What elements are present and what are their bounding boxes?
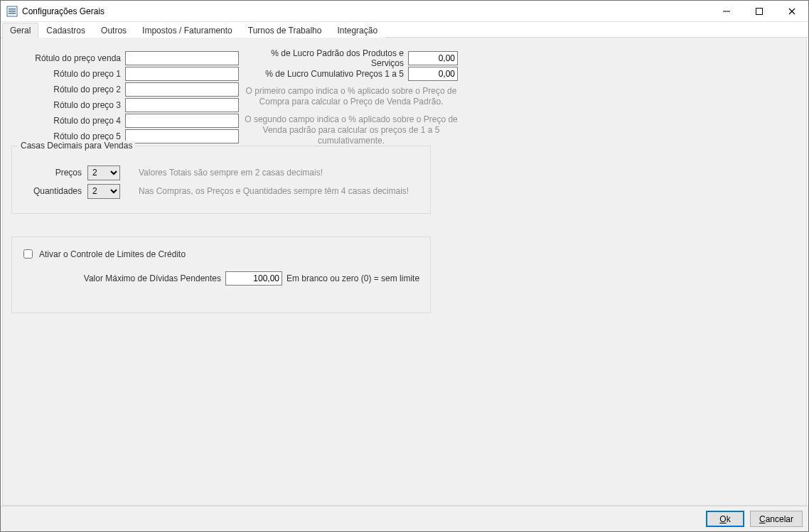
label-rotulo-4: Rótulo do preço 4	[14, 116, 121, 126]
ok-button[interactable]: Ok	[706, 511, 744, 527]
note-dec-qtd: Nas Compras, os Preços e Quantidades sem…	[139, 186, 409, 196]
tab-outros[interactable]: Outros	[93, 23, 134, 38]
app-icon	[6, 6, 18, 17]
cancel-button[interactable]: Cancelar	[750, 511, 803, 527]
svg-rect-3	[9, 13, 16, 14]
group-legend-decimals: Casas Decimais para Vendas	[18, 141, 135, 151]
label-rotulo-venda: Rótulo do preço venda	[14, 53, 121, 63]
label-rotulo-3: Rótulo do preço 3	[14, 100, 121, 110]
note-dec-precos: Valores Totais são sempre em 2 casas dec…	[139, 168, 323, 178]
input-lucro-cumulativo[interactable]	[408, 67, 458, 81]
input-rotulo-4[interactable]	[125, 114, 239, 128]
svg-rect-2	[9, 11, 16, 12]
dialog-footer: Ok Cancelar	[1, 506, 808, 531]
label-lucro-cumulativo: % de Lucro Cumulativo Preços 1 a 5	[245, 69, 404, 79]
label-ativar-credito: Ativar o Controle de Limites de Crédito	[39, 249, 186, 259]
titlebar: Configurações Gerais	[1, 1, 808, 22]
label-rotulo-1: Rótulo do preço 1	[14, 69, 121, 79]
help-text-2: O segundo campo indica o % aplicado sobr…	[245, 114, 458, 146]
label-rotulo-5: Rótulo do preço 5	[14, 131, 121, 141]
group-casas-decimais: Casas Decimais para Vendas Preços 2 Valo…	[11, 146, 431, 214]
hint-max-dividas: Em branco ou zero (0) = sem limite	[286, 273, 419, 283]
input-rotulo-venda[interactable]	[125, 51, 239, 65]
label-max-dividas: Valor Máximo de Dívidas Pendentes	[49, 273, 221, 283]
input-rotulo-5[interactable]	[125, 129, 239, 143]
tab-turnos[interactable]: Turnos de Trabalho	[240, 23, 330, 38]
checkbox-ativar-credito[interactable]	[23, 249, 33, 259]
input-rotulo-3[interactable]	[125, 98, 239, 112]
input-lucro-padrao[interactable]	[408, 51, 458, 65]
tab-geral[interactable]: Geral	[2, 23, 38, 38]
label-dec-precos: Preços	[16, 168, 82, 178]
label-dec-qtd: Quantidades	[16, 186, 82, 196]
maximize-button[interactable]	[743, 1, 776, 22]
tab-bar: Geral Cadastros Outros Impostos / Fatura…	[1, 22, 808, 38]
input-rotulo-2[interactable]	[125, 82, 239, 97]
tab-impostos[interactable]: Impostos / Faturamento	[134, 23, 240, 38]
minimize-button[interactable]	[710, 1, 743, 22]
help-text-1: O primeiro campo indica o % aplicado sob…	[245, 86, 458, 107]
tab-cadastros[interactable]: Cadastros	[38, 23, 93, 38]
label-lucro-padrao: % de Lucro Padrão dos Produtos e Serviço…	[245, 48, 404, 68]
select-dec-precos[interactable]: 2	[87, 165, 120, 180]
input-rotulo-1[interactable]	[125, 67, 239, 81]
svg-rect-5	[756, 8, 763, 14]
group-controle-credito: Ativar o Controle de Limites de Crédito …	[11, 237, 431, 313]
label-rotulo-2: Rótulo do preço 2	[14, 85, 121, 94]
svg-rect-1	[9, 9, 16, 10]
close-button[interactable]	[776, 1, 808, 22]
select-dec-qtd[interactable]: 2	[87, 184, 120, 199]
tab-integracao[interactable]: Integração	[329, 23, 385, 38]
svg-rect-4	[723, 11, 730, 11]
window-title: Configurações Gerais	[22, 6, 105, 16]
input-max-dividas[interactable]	[225, 271, 282, 286]
